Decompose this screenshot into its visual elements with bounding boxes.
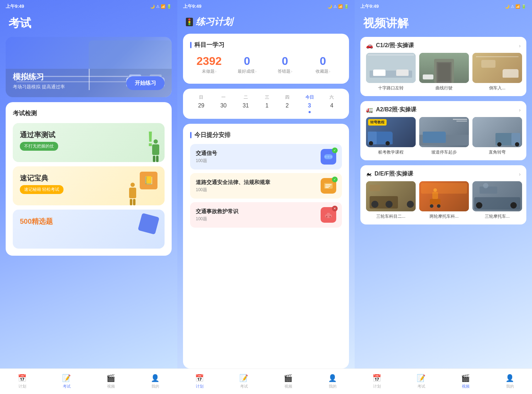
nav-video-label-3: 视频 — [462, 384, 470, 389]
cal-thu[interactable]: 四 2 — [285, 94, 289, 113]
stat-saved[interactable]: 0 收藏题 › — [304, 55, 342, 74]
nav-exam-1[interactable]: 📝 考试 — [56, 374, 77, 389]
nav-plan-3[interactable]: 📅 计划 — [366, 374, 388, 389]
nav-plan-2[interactable]: 📅 计划 — [189, 374, 210, 389]
video-thumb-stake[interactable]: 转弯教程 桩考教学课程 — [366, 117, 416, 155]
nav-plan-label-1: 计划 — [18, 384, 26, 389]
schedule-items: 交通信号 100题 — [190, 144, 342, 228]
video-thumb-tricycle[interactable]: 三轮车科目二... — [366, 181, 416, 220]
vs-header-a2b2[interactable]: 🚛 A2/B2照·实操课 › — [360, 101, 526, 117]
cal-today[interactable]: 今日 3 — [305, 94, 314, 113]
stat-undone[interactable]: 2392 未做题 › — [190, 55, 228, 74]
video-thumb-corner[interactable]: 直角转弯 — [472, 117, 522, 155]
nav-mine-icon-3: 👤 — [505, 374, 514, 382]
cal-date-mon: 30 — [220, 102, 227, 109]
cal-date-sun: 29 — [198, 102, 204, 109]
vs-arrow-c12: › — [519, 43, 521, 49]
video-thumb-slope[interactable]: 坡道停车起步 — [419, 117, 469, 155]
cal-date-sat: 4 — [330, 102, 333, 109]
nav-video-2[interactable]: 🎬 视频 — [278, 374, 299, 389]
cal-day-sat: 六 — [329, 94, 334, 100]
cal-tue[interactable]: 二 31 — [243, 94, 249, 113]
status-time-1: 上午9:49 — [6, 3, 24, 10]
phone3-video: 上午9:49 🌙 ⚠ 📶 🔋 视频讲解 🚗 C1/2/照·实操课 › — [355, 0, 532, 394]
stat-wrong-num: 0 — [282, 55, 288, 68]
cal-wed[interactable]: 三 1 — [265, 94, 269, 113]
nav-exam-3[interactable]: 📝 考试 — [411, 374, 432, 389]
video-thumb-reverse[interactable]: 倒车入... — [472, 53, 522, 91]
schedule-item-2[interactable]: 道路交通安全法律、法规和规章 100题 — [190, 173, 342, 199]
video-thumb-motorcycle[interactable]: 两轮摩托车科... — [419, 181, 469, 220]
nav-exam-label-3: 考试 — [417, 384, 425, 389]
cal-sat[interactable]: 六 4 — [329, 94, 334, 113]
schedule-title: 今日提分安排 — [190, 131, 342, 139]
bottom-nav-1: 📅 计划 📝 考试 🎬 视频 👤 我的 — [0, 368, 177, 394]
cal-day-thu: 四 — [285, 94, 289, 100]
schedule-item-1[interactable]: 交通信号 100题 — [190, 144, 342, 170]
stat-best-label: 最好成绩 › — [238, 68, 256, 74]
thumb-label-stake: 桩考教学课程 — [366, 149, 416, 155]
nav-plan-icon-3: 📅 — [372, 374, 381, 382]
cal-day-today: 今日 — [305, 94, 314, 100]
thumb-label-motorcycle: 两轮摩托车科... — [419, 213, 469, 220]
thumb-label-slope: 坡道停车起步 — [419, 149, 469, 155]
selected-questions-card[interactable]: 500精选题 — [13, 210, 165, 249]
vs-header-def[interactable]: 🏍 D/E/F照·实操课 › — [360, 165, 526, 181]
stat-wrong[interactable]: 0 答错题 › — [266, 55, 304, 74]
nav-exam-2[interactable]: 📝 考试 — [233, 374, 255, 389]
svg-point-2 — [327, 156, 329, 158]
vs-arrow-def: › — [519, 171, 521, 177]
nav-mine-label-3: 我的 — [506, 384, 514, 389]
thumb-label-tricycle: 三轮车科目二... — [366, 213, 416, 220]
video-section-a2b2: 🚛 A2/B2照·实操课 › — [360, 101, 526, 160]
video-thumb-curve[interactable]: 曲线行驶 — [419, 53, 469, 91]
nav-plan-label-2: 计划 — [196, 384, 204, 389]
svg-point-3 — [330, 156, 332, 158]
video-thumb-tricycle2[interactable]: 三轮摩托车... — [472, 181, 522, 220]
nav-plan-label-3: 计划 — [373, 384, 381, 389]
vs-header-c12[interactable]: 🚗 C1/2/照·实操课 › — [360, 37, 526, 53]
cards-scroll-1: 模拟练习 考场习题模拟 提高通过率 开始练习 考试检测 通过率测试 不打无把握的… — [0, 37, 177, 368]
exam-detection-card: 考试检测 通过率测试 不打无把握的仗 ! — [6, 102, 172, 256]
schedule-item-3[interactable]: 交通事故救护常识 100题 — [190, 202, 342, 228]
si-text-2: 道路交通安全法律、法规和规章 100题 — [196, 179, 270, 193]
video-thumbs-a2b2: 转弯教程 桩考教学课程 — [360, 117, 526, 160]
status-time-3: 上午9:49 — [360, 3, 379, 10]
status-icons-1: 🌙 ⚠ 📶 🔋 — [150, 4, 172, 9]
person-figure-2 — [129, 183, 136, 205]
plan-page-title: 练习计划 — [196, 16, 233, 28]
stat-saved-num: 0 — [320, 55, 326, 68]
nav-mine-1[interactable]: 👤 我的 — [145, 374, 166, 389]
page-title-1: 考试 — [0, 13, 177, 37]
svg-rect-9 — [327, 213, 330, 215]
si-text-1: 交通信号 100题 — [196, 150, 217, 164]
start-practice-button[interactable]: 开始练习 — [126, 76, 165, 90]
nav-video-icon-3: 🎬 — [461, 374, 470, 382]
nav-mine-2[interactable]: 👤 我的 — [322, 374, 343, 389]
nav-plan-1[interactable]: 📅 计划 — [12, 374, 33, 389]
thumb-img-motorcycle — [419, 181, 469, 211]
study-card: 科目一学习 2392 未做题 › 0 最好成绩 › — [183, 34, 349, 84]
nav-video-label-2: 视频 — [284, 384, 292, 389]
video-thumb-crossroad[interactable]: 十字路口左转 — [366, 53, 416, 91]
status-icons-2: 🌙 ⚠ 📶 🔋 — [327, 4, 349, 9]
nav-video-1[interactable]: 🎬 视频 — [100, 374, 122, 389]
thumb-img-stake: 转弯教程 — [366, 117, 416, 147]
thumb-img-reverse — [472, 53, 522, 83]
cal-mon[interactable]: 一 30 — [220, 94, 227, 113]
quick-memo-card[interactable]: 速记宝典 速记秘籍 轻松考试 📒 — [13, 166, 165, 205]
pass-rate-card[interactable]: 通过率测试 不打无把握的仗 ! — [13, 123, 165, 162]
cal-sun[interactable]: 日 29 — [198, 94, 204, 113]
thumb-label-tricycle2: 三轮摩托车... — [472, 213, 522, 220]
svg-point-11 — [329, 216, 331, 217]
stat-best[interactable]: 0 最好成绩 › — [228, 55, 266, 74]
page-title-3: 视频讲解 — [355, 13, 532, 37]
nav-mine-3[interactable]: 👤 我的 — [499, 374, 521, 389]
thumb-img-curve — [419, 53, 469, 83]
cal-date-thu: 2 — [286, 102, 289, 109]
study-title: 科目一学习 — [190, 41, 342, 49]
cal-today-dot — [309, 111, 311, 113]
nav-video-3[interactable]: 🎬 视频 — [455, 374, 476, 389]
tl-red — [188, 18, 190, 21]
cal-row: 日 29 一 30 二 31 三 1 — [190, 94, 342, 113]
